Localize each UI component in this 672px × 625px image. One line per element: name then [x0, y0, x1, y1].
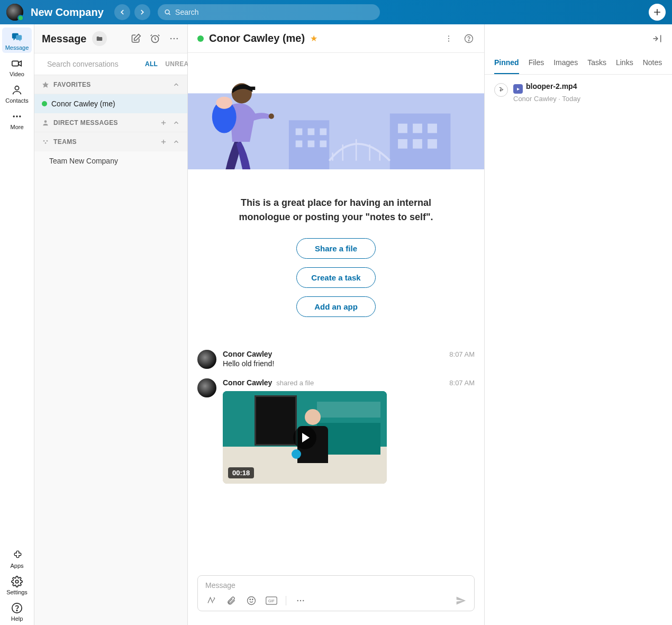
global-search[interactable] [158, 4, 380, 20]
nav-back-button[interactable] [114, 4, 130, 20]
snooze-button[interactable] [149, 33, 161, 44]
chevron-up-icon[interactable] [172, 81, 180, 88]
tab-images[interactable]: Images [553, 53, 578, 74]
convlist-more-button[interactable] [168, 33, 180, 44]
chat-panel: Conor Cawley (me) ★ [188, 24, 485, 625]
video-thumbnail[interactable]: 00:18 [223, 391, 387, 484]
folder-button[interactable] [92, 31, 107, 46]
favorite-toggle[interactable]: ★ [310, 33, 317, 43]
conversation-search-input[interactable] [47, 60, 140, 68]
profile-avatar[interactable] [6, 4, 23, 21]
avatar[interactable] [197, 378, 216, 397]
rail-help[interactable]: Help [2, 599, 32, 624]
right-panel-tabs: Pinned Files Images Tasks Links Notes [485, 53, 672, 75]
svg-marker-7 [19, 61, 22, 66]
svg-point-11 [19, 115, 21, 117]
tab-links[interactable]: Links [616, 53, 633, 74]
team-icon [42, 138, 49, 146]
filter-all[interactable]: ALL [145, 60, 158, 68]
section-favorites[interactable]: FAVORITES [34, 75, 187, 94]
svg-point-66 [252, 599, 253, 600]
svg-point-65 [250, 599, 251, 600]
search-icon [164, 8, 171, 16]
format-icon [206, 596, 216, 605]
svg-rect-48 [398, 139, 407, 149]
chevron-up-icon[interactable] [172, 138, 180, 146]
convlist-title: Message [42, 33, 87, 45]
more-vertical-icon [444, 34, 453, 43]
chat-title: Conor Cawley (me) [209, 32, 305, 44]
svg-rect-47 [428, 124, 437, 133]
svg-point-0 [165, 10, 169, 14]
emoji-button[interactable] [246, 595, 257, 606]
svg-point-64 [248, 597, 256, 605]
rail-video[interactable]: Video [2, 54, 32, 79]
collapse-panel-button[interactable] [652, 33, 662, 44]
chevron-up-icon[interactable] [172, 119, 180, 126]
share-file-button[interactable]: Share a file [296, 238, 376, 259]
svg-point-9 [13, 115, 15, 117]
create-task-button[interactable]: Create a task [296, 267, 376, 288]
section-teams[interactable]: TEAMS [34, 132, 187, 151]
avatar[interactable] [197, 350, 216, 369]
rail-message[interactable]: Message [2, 28, 32, 53]
composer-more-button[interactable] [295, 595, 306, 606]
nav-forward-button[interactable] [134, 4, 150, 20]
svg-marker-21 [42, 81, 49, 88]
intro-text: This is a great place for having an inte… [225, 196, 447, 224]
section-direct-messages[interactable]: DIRECT MESSAGES [34, 113, 187, 132]
rail-contacts[interactable]: Contacts [2, 80, 32, 106]
paperclip-icon [226, 596, 236, 605]
plus-icon[interactable] [160, 119, 167, 126]
message-item: Conor Cawley 8:07 AM Hello old friend! [197, 350, 475, 369]
star-icon [42, 81, 49, 88]
person-icon [42, 119, 49, 126]
svg-rect-39 [308, 129, 315, 135]
svg-point-17 [174, 38, 175, 40]
compose-button[interactable] [130, 33, 142, 44]
svg-line-1 [169, 14, 170, 15]
chat-help-button[interactable] [463, 33, 475, 44]
tab-tasks[interactable]: Tasks [587, 53, 606, 74]
nav-rail: Message Video Contacts More Apps [0, 24, 34, 625]
message-author: Conor Cawley [223, 350, 272, 358]
team-item[interactable]: Team New Company [34, 151, 187, 170]
message-input[interactable] [205, 581, 467, 590]
message-composer[interactable]: GIF [197, 575, 475, 611]
svg-rect-40 [320, 129, 326, 135]
rail-apps[interactable]: Apps [2, 546, 32, 571]
svg-point-18 [177, 38, 178, 40]
svg-point-31 [448, 38, 449, 39]
video-duration: 00:18 [228, 467, 254, 478]
plus-icon [652, 7, 662, 17]
help-icon [464, 34, 474, 43]
new-button[interactable] [649, 4, 666, 21]
svg-point-12 [15, 580, 19, 583]
global-search-input[interactable] [175, 8, 374, 16]
svg-point-8 [15, 86, 19, 90]
attach-button[interactable] [225, 595, 237, 606]
svg-point-34 [468, 40, 469, 41]
rail-more[interactable]: More [2, 107, 32, 132]
tab-files[interactable]: Files [529, 53, 544, 74]
more-icon [11, 110, 23, 123]
svg-point-32 [448, 40, 449, 41]
format-button[interactable] [205, 595, 217, 606]
pinned-item[interactable]: ▸blooper-2.mp4 Conor Cawley · Today [485, 75, 672, 110]
send-button[interactable] [455, 595, 467, 606]
plus-icon[interactable] [160, 138, 167, 146]
pinned-file-name: blooper-2.mp4 [526, 82, 577, 90]
tab-pinned[interactable]: Pinned [494, 53, 519, 74]
emoji-icon [247, 596, 256, 605]
gif-button[interactable]: GIF [266, 595, 277, 606]
add-app-button[interactable]: Add an app [296, 296, 376, 317]
tab-notes[interactable]: Notes [643, 53, 662, 74]
chat-more-button[interactable] [443, 33, 455, 44]
message-item: Conor Cawley shared a file 8:07 AM 00:18 [197, 378, 475, 484]
conversation-item-self[interactable]: Conor Cawley (me) [34, 94, 187, 113]
message-time: 8:07 AM [449, 350, 475, 358]
pin-icon [494, 83, 508, 97]
intro-block: This is a great place for having an inte… [188, 169, 484, 345]
rail-settings[interactable]: Settings [2, 572, 32, 597]
chat-scroll-area[interactable]: This is a great place for having an inte… [188, 53, 484, 568]
